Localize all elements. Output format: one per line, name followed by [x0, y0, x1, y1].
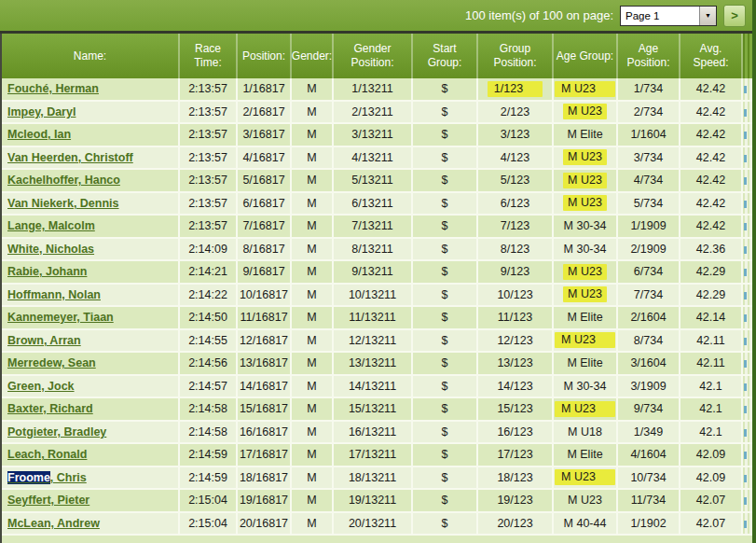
racer-name-link[interactable]: Leach, Ronald — [7, 448, 87, 461]
age-group-cell: M 30-34 — [554, 216, 618, 239]
racer-name-link[interactable]: Impey, Daryl — [7, 105, 76, 118]
age-group-cell: M U23 — [554, 193, 618, 216]
name-cell: Van Heerden, Christoff — [2, 147, 180, 171]
racer-name-link[interactable]: Van Niekerk, Dennis — [7, 197, 119, 210]
start-group-cell: $ — [413, 490, 478, 513]
table-right-edge — [743, 102, 752, 125]
group-position-cell: 9/123 — [478, 261, 554, 285]
start-group-cell: $ — [413, 307, 478, 330]
gender-position-cell: 3/13211 — [334, 124, 413, 147]
gender-position-cell: 7/13211 — [334, 216, 413, 239]
next-page-button[interactable]: > — [723, 5, 746, 27]
gender-position-cell: 11/13211 — [334, 307, 413, 330]
table-row: Potgieter, Bradley 2:14:58 16/16817 M 16… — [2, 422, 752, 445]
gender-cell: M — [292, 102, 334, 125]
race-time-cell: 2:13:57 — [180, 102, 238, 125]
position-cell: 5/16817 — [238, 170, 292, 193]
table-header-right-edge — [743, 34, 752, 78]
table-row: Leach, Ronald 2:14:59 17/16817 M 17/1321… — [2, 444, 752, 467]
gender-position-cell: 14/13211 — [334, 376, 413, 399]
racer-name-link[interactable]: Potgieter, Bradley — [7, 425, 106, 439]
name-cell: Kannemeyer, Tiaan — [2, 307, 180, 330]
start-group-cell: $ — [413, 398, 478, 422]
table-right-edge — [743, 467, 752, 491]
racer-name-link[interactable]: Van Heerden, Christoff — [7, 151, 133, 164]
start-group-cell: $ — [413, 376, 478, 399]
name-cell: Brown, Arran — [2, 330, 180, 354]
age-group-cell: M 40-44 — [554, 513, 618, 536]
position-cell: 14/16817 — [238, 376, 292, 399]
race-time-cell: 2:13:57 — [180, 78, 238, 102]
racer-name-link[interactable]: Froome, Chris — [7, 471, 87, 484]
group-position-cell: 15/123 — [478, 398, 554, 422]
dropdown-arrow-icon[interactable]: ▼ — [699, 7, 716, 25]
name-cell: McLean, Andrew — [2, 513, 180, 536]
avg-speed-cell: 42.11 — [680, 330, 743, 354]
name-cell: Fouché, Herman — [2, 78, 180, 102]
racer-name-link[interactable]: Merredew, Sean — [7, 356, 96, 369]
column-header-age-group: Age Group: — [554, 34, 618, 78]
table-row: Green, Jock 2:14:57 14/16817 M 14/13211 … — [2, 376, 752, 399]
racer-name-link[interactable]: White, Nicholas — [7, 243, 94, 256]
gender-cell: M — [292, 216, 334, 239]
group-position-cell: 14/123 — [478, 376, 554, 399]
page-select[interactable]: Page 1 ▼ — [620, 6, 717, 26]
age-group-cell: M U23 — [554, 398, 618, 422]
racer-name-link[interactable]: Baxter, Richard — [7, 402, 93, 415]
racer-name-link[interactable]: Mcleod, Ian — [7, 128, 71, 141]
table-right-edge — [743, 398, 752, 422]
racer-name-link[interactable]: Kannemeyer, Tiaan — [7, 311, 114, 324]
race-time-cell: 2:13:57 — [180, 170, 238, 193]
gender-cell: M — [292, 78, 334, 102]
race-time-cell: 2:14:22 — [180, 285, 238, 308]
race-time-cell: 2:14:57 — [180, 376, 238, 399]
gender-cell: M — [292, 353, 334, 376]
race-time-cell: 2:13:57 — [180, 124, 238, 147]
age-group-cell: M U23 — [554, 467, 618, 491]
table-right-edge — [743, 78, 752, 102]
gender-cell: M — [292, 490, 334, 513]
start-group-cell: $ — [413, 422, 478, 445]
racer-name-link[interactable]: Brown, Arran — [7, 334, 81, 347]
racer-name-link[interactable]: Rabie, Johann — [7, 265, 87, 278]
position-cell: 20/16817 — [238, 513, 292, 536]
racer-name-link[interactable]: McLean, Andrew — [7, 517, 100, 530]
avg-speed-cell: 42.09 — [680, 444, 743, 467]
race-time-cell: 2:14:59 — [180, 467, 238, 491]
race-time-cell: 2:14:50 — [180, 307, 238, 330]
avg-speed-cell: 42.42 — [680, 102, 743, 125]
racer-name-link[interactable]: Kachelhoffer, Hanco — [7, 174, 120, 187]
age-position-cell: 6/734 — [618, 261, 680, 285]
racer-name-link[interactable]: Fouché, Herman — [7, 82, 99, 95]
gender-cell: M — [292, 170, 334, 193]
table-right-edge — [743, 422, 752, 445]
group-position-cell: 10/123 — [478, 285, 554, 308]
avg-speed-cell: 42.42 — [680, 170, 743, 193]
table-row: Van Niekerk, Dennis 2:13:57 6/16817 M 6/… — [2, 193, 752, 216]
table-right-edge — [743, 124, 752, 147]
age-group-cell: M U23 — [554, 78, 618, 102]
gender-position-cell: 16/13211 — [334, 422, 413, 445]
position-cell: 4/16817 — [238, 147, 292, 171]
race-time-cell: 2:13:57 — [180, 193, 238, 216]
table-right-edge — [743, 307, 752, 330]
table-row: Merredew, Sean 2:14:56 13/16817 M 13/132… — [2, 353, 752, 376]
age-position-cell: 2/1604 — [618, 307, 680, 330]
age-position-cell: 2/1909 — [618, 239, 680, 262]
age-position-cell: 8/734 — [618, 330, 680, 354]
racer-name-link[interactable]: Lange, Malcolm — [7, 219, 95, 232]
name-cell: Impey, Daryl — [2, 102, 180, 125]
avg-speed-cell: 42.29 — [680, 261, 743, 285]
racer-name-link[interactable]: Hoffmann, Nolan — [7, 288, 101, 301]
gender-position-cell: 1/13211 — [334, 78, 413, 102]
table-body: Fouché, Herman 2:13:57 1/16817 M 1/13211… — [2, 78, 752, 536]
position-cell: 8/16817 — [238, 239, 292, 262]
items-count-label: 100 item(s) of 100 on page: — [465, 8, 613, 22]
position-cell: 15/16817 — [238, 398, 292, 422]
racer-name-link[interactable]: Seyffert, Pieter — [7, 494, 89, 507]
gender-position-cell: 8/13211 — [334, 239, 413, 262]
gender-cell: M — [292, 307, 334, 330]
table-row: Seyffert, Pieter 2:15:04 19/16817 M 19/1… — [2, 490, 752, 513]
start-group-cell: $ — [413, 170, 478, 193]
racer-name-link[interactable]: Green, Jock — [7, 380, 75, 393]
